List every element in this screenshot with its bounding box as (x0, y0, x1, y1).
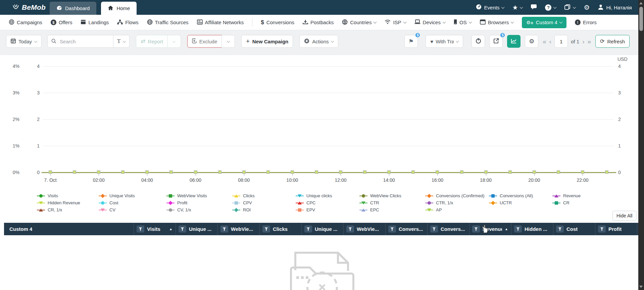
search-type-button[interactable]: T (113, 35, 130, 48)
table-header-column[interactable]: Convers... (385, 223, 427, 235)
filter-chip[interactable] (388, 225, 396, 233)
legend-item[interactable]: CR, 1/x (37, 206, 99, 213)
filter-chip[interactable] (220, 225, 228, 233)
table-header-column[interactable]: WebVie... (217, 223, 259, 235)
legend-item[interactable]: Clicks (232, 192, 296, 199)
user-menu[interactable]: Hi, Наталія (598, 4, 632, 11)
legend-item[interactable]: Unique clicks (296, 192, 359, 199)
legend-item[interactable]: Visits (37, 192, 99, 199)
nav-countries[interactable]: Countries (342, 19, 376, 26)
chat-button[interactable] (531, 4, 537, 11)
legend-item[interactable]: CTR, 1/x (425, 199, 489, 206)
filter-chip[interactable] (430, 225, 438, 233)
workspaces-menu[interactable] (564, 4, 576, 11)
nav-devices[interactable]: Devices (414, 19, 445, 25)
settings-button[interactable]: ⚙ (584, 4, 590, 11)
table-header-column[interactable]: Hidden ... (511, 223, 553, 235)
scrollbar-thumb[interactable] (639, 7, 643, 31)
favorites-menu[interactable]: ★ (512, 4, 523, 11)
tab-home[interactable]: Home (101, 2, 137, 15)
filter-chip[interactable] (472, 225, 480, 233)
table-header-column[interactable]: Unique ... (176, 223, 217, 235)
legend-item[interactable]: CPC (296, 199, 359, 206)
date-range-button[interactable]: Today (6, 35, 42, 48)
nav-affiliate-networks[interactable]: Affiliate Networks (197, 19, 244, 26)
nav-flows[interactable]: Flows (117, 19, 138, 26)
chart-toggle-button[interactable] (507, 35, 521, 48)
first-page-button[interactable]: « (543, 38, 546, 45)
legend-item[interactable]: Cost (99, 199, 166, 206)
table-header-column[interactable]: Profit (595, 223, 637, 235)
legend-item[interactable]: Hidden Revenue (37, 199, 99, 206)
legend-item[interactable]: Conversions (All) (489, 192, 552, 199)
nav-browsers[interactable]: Browsers (480, 19, 514, 26)
exclude-dropdown-button[interactable] (221, 35, 235, 48)
table-header-group-column[interactable]: Custom 4 (4, 223, 134, 235)
data-point-marker (508, 170, 512, 174)
search-input[interactable] (47, 35, 113, 48)
legend-item[interactable]: UCTR (489, 199, 552, 206)
filter-chip[interactable] (514, 225, 522, 233)
table-header-column[interactable]: Visits▲ (134, 223, 176, 235)
table-header-column[interactable]: Cost (553, 223, 595, 235)
legend-item[interactable]: Conversions (Confirmed) (425, 192, 489, 199)
actions-button[interactable]: Actions (299, 35, 338, 48)
filter-chip[interactable] (304, 225, 312, 233)
help-menu[interactable]: ? (545, 4, 556, 11)
legend-item[interactable]: Revenue (552, 192, 638, 199)
report-dropdown-button[interactable] (167, 35, 181, 48)
next-page-button[interactable]: › (582, 38, 584, 45)
nav-offers[interactable]: $ Offers (51, 19, 72, 25)
nav-isp[interactable]: ISP (385, 19, 406, 25)
scrollbar-down-arrow[interactable] (639, 286, 643, 288)
nav-os[interactable]: OS (454, 19, 472, 26)
scrollbar-up-arrow[interactable] (639, 2, 643, 4)
last-page-button[interactable]: » (587, 38, 591, 45)
filter-chip[interactable] (262, 225, 270, 233)
legend-item[interactable]: EPV (296, 206, 359, 213)
table-header-column[interactable]: Convers... (427, 223, 469, 235)
report-button[interactable]: ⇄ Report (136, 35, 167, 48)
traffic-filter-dropdown[interactable]: ♥ With Tra... (426, 35, 463, 48)
nav-conversions[interactable]: $ Conversions (261, 19, 294, 26)
filter-chip[interactable] (179, 225, 186, 233)
legend-item[interactable]: ROI (232, 206, 296, 213)
custom-4-button[interactable]: ⚙⚙ Custom 4 (522, 17, 566, 28)
prev-page-button[interactable]: ‹ (549, 38, 551, 45)
legend-item[interactable]: WebView Clicks (359, 192, 425, 199)
legend-item[interactable]: CV, 1/x (166, 206, 232, 213)
legend-item[interactable]: CR (552, 199, 638, 206)
nav-postbacks[interactable]: Postbacks (303, 19, 334, 26)
page-number-input[interactable] (554, 35, 568, 48)
legend-item[interactable]: CTR (359, 199, 425, 206)
brand[interactable]: BeMob (12, 3, 46, 12)
hide-all-button[interactable]: Hide All (612, 211, 637, 221)
legend-item[interactable]: AP (425, 206, 489, 213)
table-header-column[interactable]: Unique ... (301, 223, 343, 235)
filter-chip[interactable] (556, 225, 564, 233)
nav-campaigns[interactable]: Campaigns (9, 19, 42, 26)
nav-errors[interactable]: ! Errors (575, 19, 597, 25)
filter-chip[interactable] (598, 225, 606, 233)
exclude-button[interactable]: Exclude (187, 35, 222, 48)
table-header-column[interactable]: WebVie... (343, 223, 385, 235)
legend-item[interactable]: EPC (359, 206, 425, 213)
events-menu[interactable]: Events (476, 4, 504, 11)
nav-landings[interactable]: Landings (81, 19, 109, 26)
stack-icon (564, 4, 571, 11)
tab-dashboard[interactable]: Dashboard (50, 2, 96, 15)
table-settings-button[interactable]: ⚙ (525, 35, 538, 48)
visibility-button[interactable] (472, 35, 485, 48)
filter-chip[interactable] (137, 225, 144, 233)
legend-item[interactable]: CPV (232, 199, 296, 206)
legend-item[interactable]: Unique Visits (99, 192, 166, 199)
filter-chip[interactable] (346, 225, 354, 233)
refresh-button[interactable]: ⟳ Refresh (595, 35, 630, 48)
nav-traffic-sources[interactable]: Traffic Sources (147, 19, 189, 26)
new-campaign-button[interactable]: + New Campaign (241, 35, 293, 48)
legend-item[interactable]: Profit (166, 199, 232, 206)
table-header-column[interactable]: Revenue▲ (469, 223, 511, 235)
table-header-column[interactable]: Clicks (259, 223, 301, 235)
legend-item[interactable]: CV (99, 206, 166, 213)
legend-item[interactable]: WebView Visits (166, 192, 232, 199)
